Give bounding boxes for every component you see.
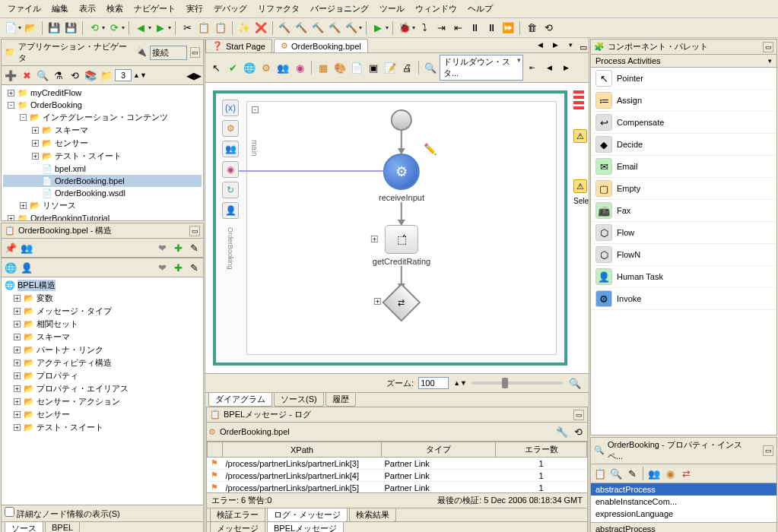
tree-toggle[interactable]: +: [8, 90, 14, 97]
palette-category[interactable]: Process Activities ▾: [591, 55, 776, 68]
wand-button[interactable]: ✨: [237, 21, 252, 36]
tree-node[interactable]: 📄bpel.xml: [3, 163, 202, 175]
make-button[interactable]: 🔨: [277, 21, 292, 36]
make4-button[interactable]: 🔨: [327, 21, 342, 36]
structure-item[interactable]: +📂変数: [3, 292, 202, 305]
tree-toggle[interactable]: +: [32, 140, 39, 147]
palette-item-compensate[interactable]: ↩Compensate: [591, 112, 776, 134]
stencil-sensor-button[interactable]: ◉: [222, 161, 239, 178]
editor-tab-history[interactable]: 履歴: [325, 393, 356, 407]
outer-tab-bpel[interactable]: BPELメッセージ: [267, 522, 344, 532]
error-mark[interactable]: [573, 106, 584, 109]
struct-filter-button[interactable]: ❤: [154, 240, 170, 255]
stencil-var-button[interactable]: (x): [222, 100, 239, 116]
ed-palette-button[interactable]: 🎨: [332, 60, 348, 75]
nav-lib-button[interactable]: 📚: [83, 68, 98, 83]
save-all-button[interactable]: 💾: [63, 21, 78, 36]
tree-node[interactable]: +📂テスト・スイート: [3, 150, 202, 163]
ed-back-button[interactable]: ◀: [541, 60, 557, 75]
ed-fwd-button[interactable]: ▶: [558, 60, 573, 75]
copy-button[interactable]: 📋: [196, 21, 211, 36]
structure-item[interactable]: +📂相関セット: [3, 318, 202, 331]
message-row[interactable]: ⚑/process/partnerLinks/partnerLink[3]Par…: [208, 458, 587, 470]
nav-collapse-button[interactable]: ◀▶: [186, 68, 202, 83]
structure-root[interactable]: 🌐 BPEL構造: [3, 279, 202, 292]
zoom-fit-button[interactable]: 🔍: [567, 375, 583, 391]
nav-folder-button[interactable]: 📁: [99, 68, 114, 83]
tree-toggle[interactable]: +: [14, 321, 21, 328]
palette-item-assign[interactable]: ≔Assign: [591, 90, 776, 112]
menu-edit[interactable]: 編集: [47, 2, 73, 16]
editor-tab-source[interactable]: ソース(S): [274, 393, 324, 407]
receive-input-node[interactable]: ⚙: [383, 154, 420, 190]
ed-home-button[interactable]: ⇤: [525, 60, 540, 75]
error-mark[interactable]: [573, 90, 584, 93]
struct-pin-button[interactable]: 📌: [3, 240, 18, 255]
struct-person-button[interactable]: 👤: [19, 260, 34, 275]
diagram-area[interactable]: (x) ⚙ 👥 ◉ ↻ 👤 OrderBooking - main ⚙: [205, 83, 589, 373]
tree-toggle[interactable]: +: [14, 334, 21, 340]
ed-pointer-button[interactable]: ↖: [208, 60, 224, 75]
tree-node[interactable]: +📂スキーマ: [3, 124, 202, 137]
nav-search-button[interactable]: 🔍: [35, 68, 50, 83]
step-over-button[interactable]: ⤵: [417, 21, 432, 36]
property-row[interactable]: expressionLanguage: [591, 508, 776, 520]
palette-item-fax[interactable]: 📠Fax: [591, 200, 776, 222]
credit-expand-button[interactable]: +: [371, 236, 378, 242]
nav-new-button[interactable]: ➕: [3, 68, 18, 83]
tree-toggle[interactable]: +: [14, 359, 21, 366]
palette-minimize-button[interactable]: ▭: [763, 42, 773, 52]
tree-node[interactable]: +📂センサー: [3, 137, 202, 150]
menu-search[interactable]: 検索: [102, 2, 128, 16]
undo-button[interactable]: ⟲: [87, 21, 102, 36]
zoom-slider[interactable]: [472, 382, 563, 385]
structure-item[interactable]: +📂メッセージ・タイプ: [3, 305, 202, 318]
tree-toggle[interactable]: +: [14, 372, 21, 379]
menu-window[interactable]: ウィンドウ: [411, 2, 462, 16]
redo-button[interactable]: ⟳: [106, 21, 122, 36]
paste-button[interactable]: 📋: [213, 21, 228, 36]
palette-item-empty[interactable]: ▢Empty: [591, 178, 776, 200]
structure-minimize-button[interactable]: ▭: [189, 226, 200, 236]
detail-checkbox[interactable]: 詳細なノード情報の表示(S): [5, 509, 120, 518]
ed-check-button[interactable]: ✔: [225, 60, 240, 75]
ed-sensor-button[interactable]: ◉: [292, 60, 307, 75]
menu-refactor[interactable]: リファクタ: [253, 2, 304, 16]
nav-sync-button[interactable]: ⟲: [67, 68, 82, 83]
structure-item[interactable]: +📂パートナ・リンク: [3, 344, 202, 356]
tree-toggle[interactable]: +: [32, 127, 39, 134]
tree-node[interactable]: 📄OrderBooking.wsdl: [3, 187, 202, 199]
new-button[interactable]: 📄: [3, 21, 18, 36]
structure-item[interactable]: +📂センサー・アクション: [3, 395, 202, 408]
nav-delete-button[interactable]: ✖: [19, 68, 34, 83]
tree-toggle[interactable]: +: [32, 153, 39, 160]
gc-button[interactable]: 🗑: [524, 21, 539, 36]
tab-start-page[interactable]: ❓Start Page: [205, 39, 272, 52]
ed-globe-button[interactable]: 🌐: [242, 60, 257, 75]
palette-item-flown[interactable]: ⬡FlowN: [591, 244, 776, 266]
stencil-correlate-button[interactable]: ↻: [222, 182, 239, 198]
ed-box-button[interactable]: ▣: [366, 60, 381, 75]
tab-prev-button[interactable]: ◀: [532, 37, 548, 52]
step-out-button[interactable]: ⇤: [450, 21, 465, 36]
stencil-human-button[interactable]: 👤: [222, 202, 239, 219]
tree-toggle[interactable]: +: [14, 295, 21, 302]
ed-edit-button[interactable]: 📝: [383, 60, 398, 75]
navigator-minimize-button[interactable]: ▭: [190, 47, 200, 58]
tree-toggle[interactable]: -: [20, 114, 27, 121]
tree-node[interactable]: +📁myCreditFlow: [3, 87, 202, 99]
property-row[interactable]: enableInstanceCom...: [591, 496, 776, 508]
save-button[interactable]: 💾: [46, 21, 62, 36]
refresh-button[interactable]: ⟲: [541, 21, 556, 36]
insp-find-button[interactable]: 🔍: [608, 466, 624, 481]
palette-item-email[interactable]: ✉Email: [591, 156, 776, 178]
struct-edit-button[interactable]: ✎: [186, 240, 202, 255]
struct-add-button[interactable]: ✚: [170, 240, 186, 255]
step-into-button[interactable]: ⇥: [433, 21, 449, 36]
tree-node[interactable]: +📂リソース: [3, 199, 202, 212]
insp-list-button[interactable]: 📋: [592, 466, 608, 481]
col-count[interactable]: エラー数: [496, 442, 587, 458]
menu-file[interactable]: ファイル: [3, 2, 46, 16]
stencil-xml-button[interactable]: ⚙: [222, 120, 239, 137]
structure-item[interactable]: +📂テスト・スイート: [3, 421, 202, 434]
